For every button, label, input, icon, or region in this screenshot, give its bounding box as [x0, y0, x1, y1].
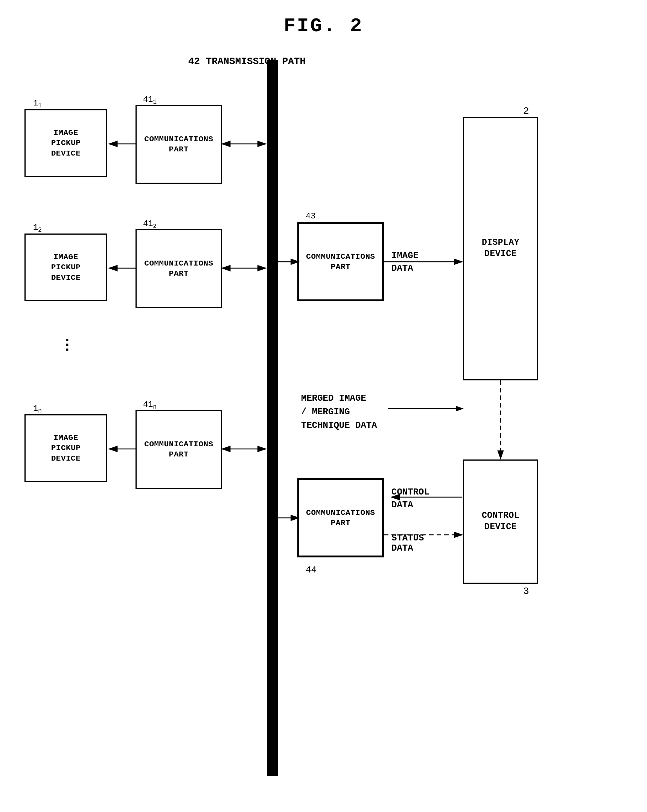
- display-device: DISPLAYDEVICE: [463, 117, 538, 380]
- comms-part-41-2: COMMUNICATIONSPART: [135, 229, 222, 308]
- ref-43: 43: [306, 212, 315, 221]
- comms-part-41-1: COMMUNICATIONSPART: [135, 105, 222, 184]
- image-pickup-device-n: IMAGEPICKUPDEVICE: [24, 414, 107, 482]
- transmission-bar: [267, 60, 278, 776]
- ref-41-2: 412: [143, 219, 157, 230]
- control-data-label: CONTROLDATA: [391, 486, 429, 511]
- image-pickup-device-2: IMAGEPICKUPDEVICE: [24, 234, 107, 301]
- status-data-label: STATUSDATA: [391, 533, 424, 553]
- ref-41-1: 411: [143, 95, 157, 105]
- merged-image-label: MERGED IMAGE/ MERGINGTECHNIQUE DATA: [301, 392, 377, 432]
- control-device: CONTROLDEVICE: [463, 459, 538, 584]
- diagram-page: FIG. 2 42 TRANSMISSION PATH IMAGEPICKUPD…: [0, 0, 647, 812]
- figure-title: FIG. 2: [0, 0, 647, 37]
- comms-part-41-n: COMMUNICATIONSPART: [135, 410, 222, 489]
- transmission-path-label: 42 TRANSMISSION PATH: [188, 56, 306, 67]
- ref-1-1: 11: [33, 99, 42, 109]
- ref-3: 3: [523, 586, 529, 597]
- comms-part-43: COMMUNICATIONSPART: [297, 222, 384, 301]
- ref-41-n: 41n: [143, 400, 157, 411]
- ref-2: 2: [523, 105, 529, 117]
- image-data-label: IMAGEDATA: [391, 249, 419, 275]
- ref-44: 44: [306, 565, 317, 575]
- ref-1-n: 1n: [33, 404, 42, 415]
- image-pickup-device-1: IMAGEPICKUPDEVICE: [24, 109, 107, 177]
- ellipsis-dots: ⋮: [60, 337, 75, 353]
- comms-part-44: COMMUNICATIONSPART: [297, 478, 384, 557]
- ref-1-2: 12: [33, 223, 42, 234]
